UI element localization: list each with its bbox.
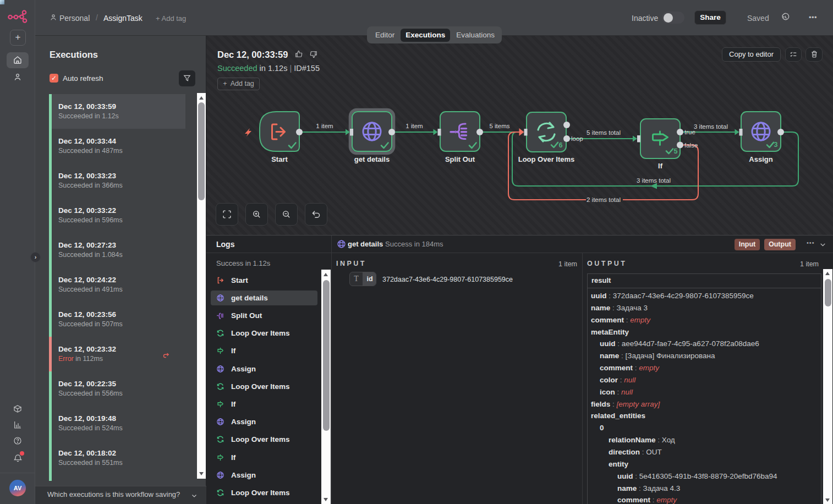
svg-text:5 items total: 5 items total	[587, 129, 621, 136]
svg-text:3: 3	[774, 141, 778, 149]
svg-text:3 items total: 3 items total	[637, 177, 671, 184]
svg-text:false: false	[684, 142, 698, 149]
svg-text:2 items total: 2 items total	[587, 196, 621, 203]
svg-text:Loop Over Items: Loop Over Items	[518, 155, 575, 163]
svg-text:Start: Start	[271, 155, 288, 163]
svg-text:Assign: Assign	[749, 155, 772, 163]
svg-text:Split Out: Split Out	[445, 155, 475, 163]
svg-text:3 items total: 3 items total	[694, 123, 728, 130]
svg-text:5: 5	[674, 147, 678, 155]
svg-text:1 item: 1 item	[316, 123, 333, 129]
svg-text:If: If	[658, 162, 663, 170]
svg-text:loop: loop	[571, 135, 583, 142]
svg-text:5 items: 5 items	[489, 123, 509, 129]
svg-text:6: 6	[559, 141, 563, 149]
svg-text:1 item: 1 item	[405, 123, 423, 129]
svg-text:get details: get details	[354, 155, 390, 163]
svg-text:true: true	[684, 129, 695, 135]
